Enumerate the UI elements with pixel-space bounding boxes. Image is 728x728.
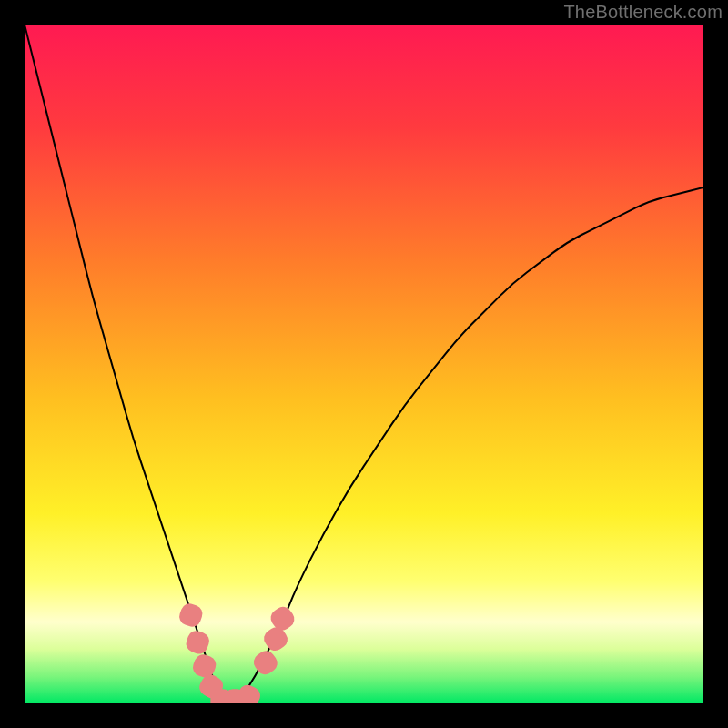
watermark-text: TheBottleneck.com bbox=[563, 2, 723, 23]
chart-frame: TheBottleneck.com bbox=[0, 0, 728, 728]
gradient-background bbox=[25, 25, 703, 703]
chart-plot bbox=[25, 25, 703, 703]
